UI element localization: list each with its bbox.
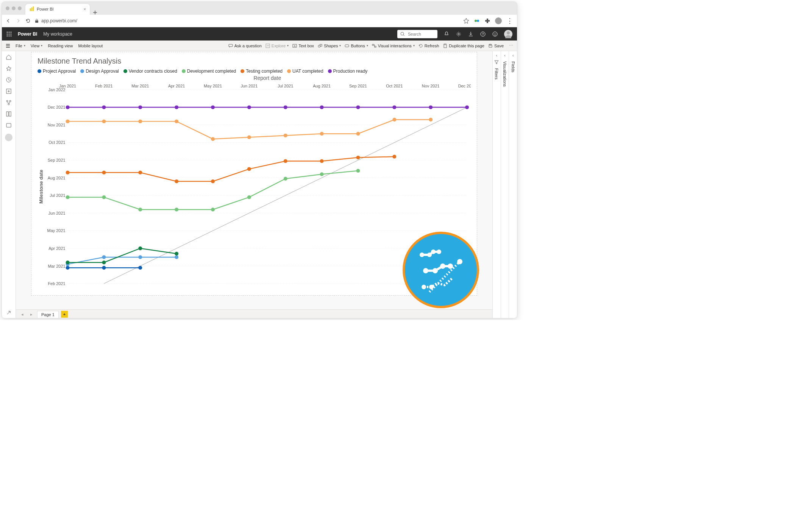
user-avatar[interactable]	[504, 30, 512, 38]
filters-pane[interactable]: ‹ Filters	[493, 51, 501, 318]
lock-icon	[34, 19, 39, 23]
explore-button[interactable]: Explore▾	[265, 44, 289, 48]
svg-point-8	[11, 31, 12, 33]
feedback-icon[interactable]	[492, 31, 498, 37]
add-page-button[interactable]: +	[61, 311, 68, 318]
interactions-icon	[372, 44, 376, 48]
search-box[interactable]	[397, 30, 437, 38]
close-dot[interactable]	[6, 6, 9, 10]
workspace-name[interactable]: My workspace	[43, 31, 72, 37]
legend-item[interactable]: Production ready	[328, 69, 368, 74]
svg-point-7	[9, 31, 10, 33]
reload-icon[interactable]	[25, 18, 31, 23]
mobile-layout-button[interactable]: Mobile layout	[78, 44, 103, 48]
visual-interactions-button[interactable]: Visual interactions▾	[372, 44, 415, 48]
app-launcher-icon[interactable]	[6, 31, 12, 37]
hamburger-icon[interactable]	[6, 44, 10, 48]
more-options-icon[interactable]: ⋯	[509, 43, 513, 48]
svg-point-137	[437, 249, 441, 254]
svg-point-93	[102, 195, 106, 199]
text-box-button[interactable]: AText box	[292, 44, 314, 48]
svg-point-21	[495, 33, 496, 34]
legend-item[interactable]: UAT completed	[287, 69, 323, 74]
nav-create[interactable]	[6, 88, 12, 94]
new-tab-button[interactable]	[90, 10, 100, 15]
nav-favorites[interactable]	[6, 65, 12, 72]
help-icon[interactable]: ?	[480, 31, 486, 37]
svg-rect-39	[6, 112, 8, 116]
svg-point-126	[211, 105, 215, 109]
ask-question-button[interactable]: Ask a question	[228, 44, 262, 48]
svg-rect-29	[345, 45, 349, 47]
svg-point-89	[102, 260, 106, 264]
svg-point-5	[477, 20, 479, 22]
nav-apps[interactable]	[6, 111, 12, 117]
svg-text:Mar 2021: Mar 2021	[48, 264, 65, 268]
svg-point-135	[427, 253, 432, 257]
legend-item[interactable]: Development completed	[182, 69, 236, 74]
refresh-button[interactable]: Refresh	[418, 44, 439, 48]
app-brand[interactable]: Power BI	[18, 31, 37, 37]
svg-point-10	[9, 33, 10, 34]
nav-recent[interactable]	[6, 77, 12, 83]
visualizations-pane[interactable]: ‹ Visualizations	[501, 51, 509, 318]
svg-text:Jul 2021: Jul 2021	[50, 193, 65, 198]
download-icon[interactable]	[468, 31, 474, 37]
browser-tab[interactable]: Power BI ×	[25, 4, 90, 15]
legend-item[interactable]: Testing completed	[240, 69, 283, 74]
star-icon[interactable]	[463, 18, 469, 24]
max-dot[interactable]	[18, 6, 22, 10]
svg-text:Aug 2021: Aug 2021	[313, 84, 331, 88]
svg-point-83	[138, 266, 142, 270]
browser-menu-icon[interactable]: ⋮	[506, 17, 513, 24]
save-button[interactable]: Save	[488, 44, 504, 48]
extension-icon-2[interactable]	[484, 18, 490, 24]
svg-point-144	[457, 259, 462, 264]
svg-point-6	[7, 31, 8, 33]
svg-point-118	[320, 132, 324, 136]
svg-point-131	[392, 105, 396, 109]
notifications-icon[interactable]	[443, 31, 450, 37]
min-dot[interactable]	[12, 6, 16, 10]
svg-point-104	[175, 179, 178, 183]
svg-text:Oct 2021: Oct 2021	[386, 84, 403, 88]
svg-point-114	[175, 120, 178, 123]
svg-point-113	[138, 120, 142, 123]
settings-icon[interactable]	[456, 31, 462, 37]
page-tab[interactable]: Page 1	[37, 311, 59, 318]
nav-expand-icon[interactable]	[6, 310, 12, 316]
svg-point-115	[211, 137, 215, 141]
legend-label: Testing completed	[246, 69, 283, 74]
forward-icon[interactable]	[16, 18, 21, 23]
nav-home[interactable]	[6, 54, 12, 60]
duplicate-page-button[interactable]: Duplicate this page	[443, 44, 484, 48]
profile-avatar-icon[interactable]	[495, 17, 502, 24]
tab-close-icon[interactable]: ×	[84, 7, 86, 11]
shapes-button[interactable]: Shapes▾	[318, 44, 341, 48]
back-icon[interactable]	[6, 18, 11, 23]
nav-deployment[interactable]	[6, 122, 12, 128]
nav-workspace-avatar[interactable]	[5, 134, 12, 141]
chart-legend: Project ApprovalDesign ApprovalVendor co…	[37, 69, 471, 74]
legend-item[interactable]: Design Approval	[80, 69, 119, 74]
page-prev[interactable]: ◂	[19, 311, 26, 317]
legend-dot	[80, 69, 84, 73]
buttons-button[interactable]: Buttons▾	[345, 44, 368, 48]
nav-datasets[interactable]	[6, 100, 12, 106]
shapes-icon	[318, 44, 322, 48]
url-field[interactable]: app.powerbi.com/	[34, 18, 459, 23]
legend-item[interactable]: Vendor contracts closed	[123, 69, 177, 74]
extension-icon-1[interactable]	[474, 18, 480, 24]
page-next[interactable]: ▸	[28, 311, 35, 317]
view-menu[interactable]: View▾	[31, 44, 43, 48]
svg-rect-23	[229, 44, 233, 47]
file-menu[interactable]: File▾	[16, 44, 25, 48]
svg-text:Mar 2021: Mar 2021	[131, 84, 149, 88]
search-input[interactable]	[407, 31, 431, 37]
reading-view-button[interactable]: Reading view	[48, 44, 73, 48]
svg-point-139	[433, 268, 438, 273]
legend-item[interactable]: Project Approval	[37, 69, 76, 74]
fields-pane[interactable]: ‹ Fields	[509, 51, 517, 318]
svg-point-37	[9, 100, 11, 102]
report-canvas[interactable]: Milestone Trend Analysis Project Approva…	[31, 52, 477, 296]
